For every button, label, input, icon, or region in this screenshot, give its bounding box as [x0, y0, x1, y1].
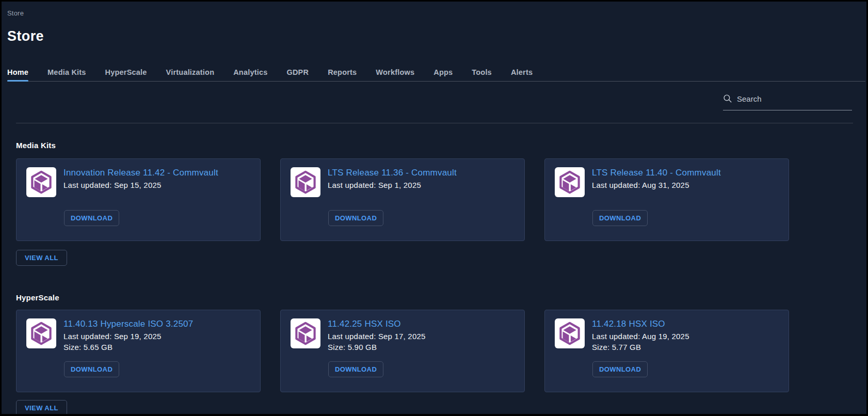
item-last-updated: Last updated: Sep 19, 2025 — [63, 331, 193, 342]
item-title-link[interactable]: LTS Release 11.36 - Commvault — [328, 168, 457, 178]
package-icon — [291, 318, 320, 348]
package-icon — [26, 167, 56, 197]
package-icon — [555, 167, 585, 197]
package-icon — [26, 318, 56, 348]
item-title-link[interactable]: 11.40.13 Hyperscale ISO 3.2507 — [63, 319, 193, 329]
item-title-link[interactable]: 11.42.18 HSX ISO — [592, 319, 665, 329]
item-title-link[interactable]: 11.42.25 HSX ISO — [328, 319, 401, 329]
item-last-updated: Last updated: Sep 1, 2025 — [328, 180, 457, 190]
item-size: Size: 5.90 GB — [328, 342, 426, 353]
breadcrumb[interactable]: Store — [2, 2, 24, 18]
search-toolbar — [2, 94, 852, 110]
hyperscale-card-grid: 11.40.13 Hyperscale ISO 3.2507 Last upda… — [16, 310, 866, 392]
item-last-updated: Last updated: Sep 17, 2025 — [328, 331, 426, 342]
download-button[interactable]: DOWNLOAD — [328, 210, 383, 226]
search-input[interactable] — [737, 94, 852, 103]
view-all-hyperscale-button[interactable]: VIEW ALL — [16, 400, 67, 416]
item-last-updated: Last updated: Sep 15, 2025 — [63, 180, 218, 190]
store-item-card: Innovation Release 11.42 - Commvault Las… — [16, 158, 261, 241]
store-item-card: 11.40.13 Hyperscale ISO 3.2507 Last upda… — [16, 310, 261, 392]
divider — [16, 123, 853, 123]
search-icon — [723, 94, 732, 103]
package-icon — [555, 318, 585, 348]
search-box[interactable] — [723, 94, 852, 110]
tab-bar: Home Media Kits HyperScale Virtualizatio… — [7, 68, 865, 82]
item-last-updated: Last updated: Aug 19, 2025 — [592, 331, 689, 342]
tab-media-kits[interactable]: Media Kits — [47, 68, 86, 81]
tab-apps[interactable]: Apps — [433, 68, 453, 81]
tab-home[interactable]: Home — [7, 68, 28, 81]
tab-virtualization[interactable]: Virtualization — [166, 68, 215, 81]
tab-analytics[interactable]: Analytics — [233, 68, 267, 81]
download-button[interactable]: DOWNLOAD — [328, 361, 383, 377]
store-item-card: 11.42.18 HSX ISO Last updated: Aug 19, 2… — [544, 310, 789, 392]
store-item-card: LTS Release 11.36 - Commvault Last updat… — [280, 158, 525, 241]
item-last-updated: Last updated: Aug 31, 2025 — [592, 180, 721, 190]
page-title: Store — [7, 28, 44, 44]
tab-gdpr[interactable]: GDPR — [286, 68, 309, 81]
section-heading-hyperscale: HyperScale — [16, 294, 59, 302]
tab-workflows[interactable]: Workflows — [376, 68, 414, 81]
download-button[interactable]: DOWNLOAD — [592, 361, 648, 377]
download-button[interactable]: DOWNLOAD — [64, 361, 119, 377]
tab-tools[interactable]: Tools — [472, 68, 492, 81]
tab-alerts[interactable]: Alerts — [511, 68, 533, 81]
package-icon — [291, 167, 320, 197]
item-size: Size: 5.65 GB — [63, 342, 193, 353]
media-kits-card-grid: Innovation Release 11.42 - Commvault Las… — [16, 158, 866, 241]
item-title-link[interactable]: LTS Release 11.40 - Commvault — [592, 168, 721, 178]
view-all-media-kits-button[interactable]: VIEW ALL — [16, 250, 67, 266]
store-page: Store Store Home Media Kits HyperScale V… — [0, 0, 868, 416]
section-heading-media-kits: Media Kits — [16, 141, 56, 150]
download-button[interactable]: DOWNLOAD — [592, 210, 648, 226]
tab-reports[interactable]: Reports — [328, 68, 357, 81]
tab-hyperscale[interactable]: HyperScale — [105, 68, 147, 81]
store-item-card: 11.42.25 HSX ISO Last updated: Sep 17, 2… — [280, 310, 525, 392]
download-button[interactable]: DOWNLOAD — [64, 210, 119, 226]
item-title-link[interactable]: Innovation Release 11.42 - Commvault — [63, 168, 218, 178]
store-item-card: LTS Release 11.40 - Commvault Last updat… — [544, 158, 789, 241]
item-size: Size: 5.77 GB — [592, 342, 689, 353]
